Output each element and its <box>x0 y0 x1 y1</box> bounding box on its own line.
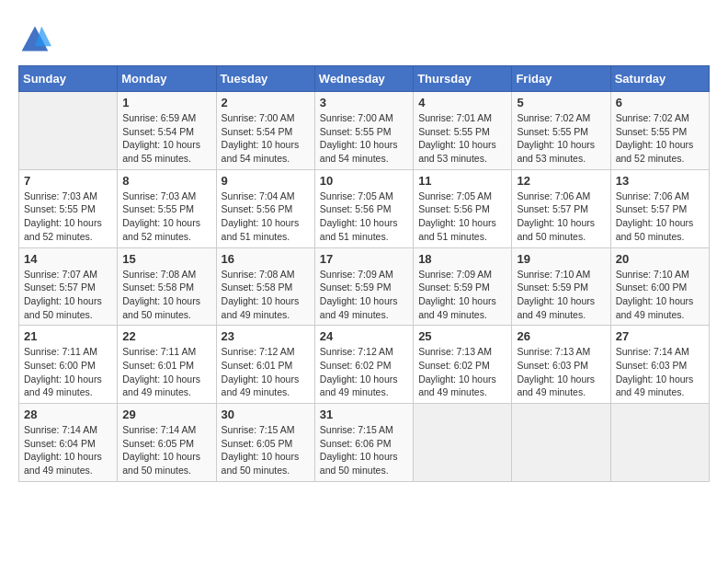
calendar-cell <box>19 92 118 170</box>
calendar-cell: 25Sunrise: 7:13 AM Sunset: 6:02 PM Dayli… <box>414 326 512 404</box>
day-number: 14 <box>24 252 112 266</box>
calendar-cell: 30Sunrise: 7:15 AM Sunset: 6:05 PM Dayli… <box>216 404 314 482</box>
day-number: 6 <box>616 96 704 109</box>
calendar-cell: 17Sunrise: 7:09 AM Sunset: 5:59 PM Dayli… <box>314 247 413 326</box>
week-row-5: 28Sunrise: 7:14 AM Sunset: 6:04 PM Dayli… <box>19 404 710 482</box>
day-number: 22 <box>122 329 210 343</box>
day-number: 8 <box>122 174 210 188</box>
calendar-cell: 23Sunrise: 7:12 AM Sunset: 6:01 PM Dayli… <box>216 326 314 404</box>
day-info: Sunrise: 7:12 AM Sunset: 6:01 PM Dayligh… <box>222 345 310 399</box>
day-number: 25 <box>418 329 506 343</box>
calendar-table: SundayMondayTuesdayWednesdayThursdayFrid… <box>18 65 710 482</box>
day-number: 24 <box>320 329 408 343</box>
calendar-cell: 12Sunrise: 7:06 AM Sunset: 5:57 PM Dayli… <box>512 169 610 247</box>
calendar-cell: 20Sunrise: 7:10 AM Sunset: 6:00 PM Dayli… <box>610 247 709 326</box>
calendar-cell: 13Sunrise: 7:06 AM Sunset: 5:57 PM Dayli… <box>610 169 709 247</box>
calendar-cell: 1Sunrise: 6:59 AM Sunset: 5:54 PM Daylig… <box>118 92 216 170</box>
day-info: Sunrise: 6:59 AM Sunset: 5:54 PM Dayligh… <box>122 111 210 166</box>
logo <box>18 23 55 56</box>
page-header <box>18 18 710 56</box>
calendar-header: SundayMondayTuesdayWednesdayThursdayFrid… <box>19 66 710 92</box>
day-info: Sunrise: 7:02 AM Sunset: 5:55 PM Dayligh… <box>616 111 704 166</box>
header-row: SundayMondayTuesdayWednesdayThursdayFrid… <box>19 66 710 92</box>
day-number: 23 <box>222 329 310 343</box>
header-wednesday: Wednesday <box>314 66 413 92</box>
day-info: Sunrise: 7:04 AM Sunset: 5:56 PM Dayligh… <box>222 190 310 244</box>
calendar-cell: 21Sunrise: 7:11 AM Sunset: 6:00 PM Dayli… <box>19 326 118 404</box>
calendar-body: 1Sunrise: 6:59 AM Sunset: 5:54 PM Daylig… <box>19 92 710 482</box>
day-info: Sunrise: 7:10 AM Sunset: 6:00 PM Dayligh… <box>616 268 704 322</box>
calendar-cell: 3Sunrise: 7:00 AM Sunset: 5:55 PM Daylig… <box>314 92 413 170</box>
day-number: 30 <box>222 408 310 421</box>
day-info: Sunrise: 7:14 AM Sunset: 6:03 PM Dayligh… <box>616 345 704 399</box>
day-number: 31 <box>320 408 408 421</box>
day-info: Sunrise: 7:11 AM Sunset: 6:01 PM Dayligh… <box>122 345 210 399</box>
day-number: 27 <box>616 329 704 343</box>
calendar-cell: 16Sunrise: 7:08 AM Sunset: 5:58 PM Dayli… <box>216 247 314 326</box>
logo-icon <box>18 23 51 56</box>
header-friday: Friday <box>512 66 610 92</box>
day-info: Sunrise: 7:15 AM Sunset: 6:05 PM Dayligh… <box>222 423 310 477</box>
day-number: 9 <box>222 174 310 188</box>
day-number: 17 <box>320 252 408 266</box>
day-info: Sunrise: 7:13 AM Sunset: 6:02 PM Dayligh… <box>418 345 506 399</box>
calendar-cell: 4Sunrise: 7:01 AM Sunset: 5:55 PM Daylig… <box>414 92 512 170</box>
calendar-cell: 11Sunrise: 7:05 AM Sunset: 5:56 PM Dayli… <box>414 169 512 247</box>
day-info: Sunrise: 7:05 AM Sunset: 5:56 PM Dayligh… <box>320 190 408 244</box>
day-info: Sunrise: 7:07 AM Sunset: 5:57 PM Dayligh… <box>24 268 112 322</box>
day-info: Sunrise: 7:00 AM Sunset: 5:54 PM Dayligh… <box>222 111 310 166</box>
day-number: 4 <box>418 96 506 109</box>
calendar-cell: 15Sunrise: 7:08 AM Sunset: 5:58 PM Dayli… <box>118 247 216 326</box>
day-number: 20 <box>616 252 704 266</box>
day-info: Sunrise: 7:14 AM Sunset: 6:04 PM Dayligh… <box>24 423 112 477</box>
day-info: Sunrise: 7:12 AM Sunset: 6:02 PM Dayligh… <box>320 345 408 399</box>
calendar-cell: 28Sunrise: 7:14 AM Sunset: 6:04 PM Dayli… <box>19 404 118 482</box>
week-row-1: 1Sunrise: 6:59 AM Sunset: 5:54 PM Daylig… <box>19 92 710 170</box>
day-info: Sunrise: 7:13 AM Sunset: 6:03 PM Dayligh… <box>517 345 605 399</box>
calendar-cell: 19Sunrise: 7:10 AM Sunset: 5:59 PM Dayli… <box>512 247 610 326</box>
day-number: 3 <box>320 96 408 109</box>
day-info: Sunrise: 7:15 AM Sunset: 6:06 PM Dayligh… <box>320 423 408 477</box>
day-info: Sunrise: 7:03 AM Sunset: 5:55 PM Dayligh… <box>24 190 112 244</box>
header-monday: Monday <box>118 66 216 92</box>
day-number: 15 <box>122 252 210 266</box>
calendar-cell: 31Sunrise: 7:15 AM Sunset: 6:06 PM Dayli… <box>314 404 413 482</box>
day-info: Sunrise: 7:09 AM Sunset: 5:59 PM Dayligh… <box>418 268 506 322</box>
day-info: Sunrise: 7:01 AM Sunset: 5:55 PM Dayligh… <box>418 111 506 166</box>
day-number: 26 <box>517 329 605 343</box>
day-info: Sunrise: 7:02 AM Sunset: 5:55 PM Dayligh… <box>517 111 605 166</box>
calendar-cell <box>414 404 512 482</box>
week-row-3: 14Sunrise: 7:07 AM Sunset: 5:57 PM Dayli… <box>19 247 710 326</box>
calendar-cell: 24Sunrise: 7:12 AM Sunset: 6:02 PM Dayli… <box>314 326 413 404</box>
calendar-cell: 22Sunrise: 7:11 AM Sunset: 6:01 PM Dayli… <box>118 326 216 404</box>
week-row-4: 21Sunrise: 7:11 AM Sunset: 6:00 PM Dayli… <box>19 326 710 404</box>
day-info: Sunrise: 7:14 AM Sunset: 6:05 PM Dayligh… <box>122 423 210 477</box>
calendar-cell: 29Sunrise: 7:14 AM Sunset: 6:05 PM Dayli… <box>118 404 216 482</box>
day-number: 7 <box>24 174 112 188</box>
header-saturday: Saturday <box>610 66 709 92</box>
day-number: 16 <box>222 252 310 266</box>
calendar-cell: 6Sunrise: 7:02 AM Sunset: 5:55 PM Daylig… <box>610 92 709 170</box>
calendar-cell: 10Sunrise: 7:05 AM Sunset: 5:56 PM Dayli… <box>314 169 413 247</box>
day-number: 2 <box>222 96 310 109</box>
calendar-cell: 8Sunrise: 7:03 AM Sunset: 5:55 PM Daylig… <box>118 169 216 247</box>
week-row-2: 7Sunrise: 7:03 AM Sunset: 5:55 PM Daylig… <box>19 169 710 247</box>
day-number: 10 <box>320 174 408 188</box>
day-info: Sunrise: 7:06 AM Sunset: 5:57 PM Dayligh… <box>616 190 704 244</box>
calendar-cell: 14Sunrise: 7:07 AM Sunset: 5:57 PM Dayli… <box>19 247 118 326</box>
header-thursday: Thursday <box>414 66 512 92</box>
day-info: Sunrise: 7:11 AM Sunset: 6:00 PM Dayligh… <box>24 345 112 399</box>
day-info: Sunrise: 7:06 AM Sunset: 5:57 PM Dayligh… <box>517 190 605 244</box>
calendar-cell: 9Sunrise: 7:04 AM Sunset: 5:56 PM Daylig… <box>216 169 314 247</box>
calendar-cell: 18Sunrise: 7:09 AM Sunset: 5:59 PM Dayli… <box>414 247 512 326</box>
day-info: Sunrise: 7:09 AM Sunset: 5:59 PM Dayligh… <box>320 268 408 322</box>
day-number: 11 <box>418 174 506 188</box>
day-info: Sunrise: 7:08 AM Sunset: 5:58 PM Dayligh… <box>122 268 210 322</box>
header-sunday: Sunday <box>19 66 118 92</box>
day-info: Sunrise: 7:05 AM Sunset: 5:56 PM Dayligh… <box>418 190 506 244</box>
day-info: Sunrise: 7:10 AM Sunset: 5:59 PM Dayligh… <box>517 268 605 322</box>
day-number: 13 <box>616 174 704 188</box>
day-number: 1 <box>122 96 210 109</box>
calendar-cell: 5Sunrise: 7:02 AM Sunset: 5:55 PM Daylig… <box>512 92 610 170</box>
calendar-cell <box>512 404 610 482</box>
